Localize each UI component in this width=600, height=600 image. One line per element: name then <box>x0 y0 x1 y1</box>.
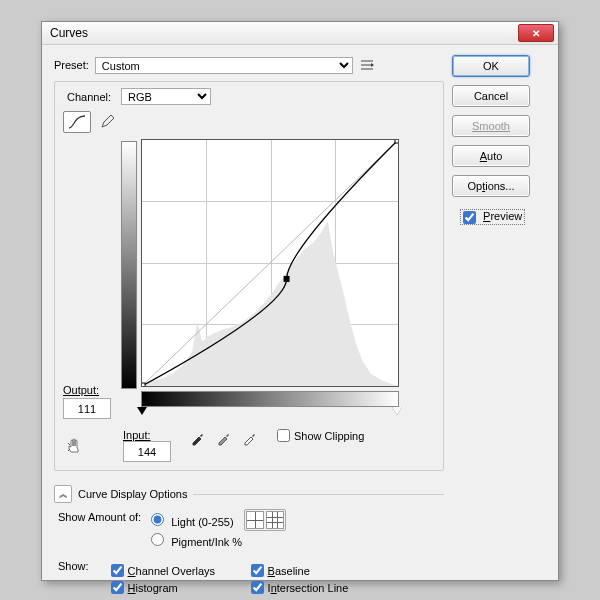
chevron-up-icon: ︽ <box>59 488 68 501</box>
curve-graph[interactable] <box>141 139 399 387</box>
close-button[interactable]: ✕ <box>518 24 554 42</box>
black-point-slider[interactable] <box>137 407 147 415</box>
channel-label: Channel: <box>67 91 111 103</box>
input-field[interactable] <box>123 441 171 462</box>
collapse-display-options-button[interactable]: ︽ <box>54 485 72 503</box>
fine-grid-icon[interactable] <box>266 511 284 529</box>
light-radio[interactable]: Light (0-255) <box>151 513 233 528</box>
curve-tool-button[interactable] <box>63 111 91 133</box>
options-button[interactable]: Options... <box>452 175 530 197</box>
titlebar[interactable]: Curves ✕ <box>42 22 558 45</box>
input-gradient <box>141 391 399 407</box>
curves-dialog: Curves ✕ Preset: Custom Channel: RGB <box>41 21 559 581</box>
channel-select[interactable]: RGB <box>121 88 211 105</box>
coarse-grid-icon[interactable] <box>246 511 264 529</box>
output-label: Output: <box>63 384 113 396</box>
white-eyedropper-icon[interactable] <box>241 429 259 447</box>
input-slider[interactable] <box>141 407 397 419</box>
auto-button[interactable]: Auto <box>452 145 530 167</box>
histogram-checkbox[interactable]: Histogram <box>111 581 251 594</box>
svg-line-1 <box>142 140 398 386</box>
target-adjust-icon[interactable] <box>65 437 83 455</box>
close-icon: ✕ <box>532 28 540 39</box>
cancel-button[interactable]: Cancel <box>452 85 530 107</box>
curve-panel: Channel: RGB Output: <box>54 81 444 471</box>
svg-rect-4 <box>284 276 290 282</box>
smooth-button[interactable]: Smooth <box>452 115 530 137</box>
show-label: Show: <box>58 560 89 594</box>
output-field[interactable] <box>63 398 111 419</box>
show-clipping-input[interactable] <box>277 429 290 442</box>
preset-select[interactable]: Custom <box>95 57 353 74</box>
ok-button[interactable]: OK <box>452 55 530 77</box>
gray-eyedropper-icon[interactable] <box>215 429 233 447</box>
output-gradient <box>121 141 137 389</box>
dialog-title: Curves <box>46 26 518 40</box>
svg-rect-3 <box>395 140 398 143</box>
baseline-checkbox[interactable]: Baseline <box>251 564 391 577</box>
output-group: Output: <box>63 384 113 419</box>
pencil-tool-button[interactable] <box>95 111 121 131</box>
preset-label: Preset: <box>54 59 89 71</box>
svg-rect-2 <box>142 383 145 386</box>
channel-overlays-checkbox[interactable]: Channel Overlays <box>111 564 251 577</box>
input-label: Input: <box>123 429 171 441</box>
show-clipping-checkbox[interactable]: Show Clipping <box>277 429 364 442</box>
display-options-label: Curve Display Options <box>78 488 187 500</box>
white-point-slider[interactable] <box>392 407 402 415</box>
divider <box>193 494 444 495</box>
intersection-line-checkbox[interactable]: Intersection Line <box>251 581 391 594</box>
pigment-radio[interactable]: Pigment/Ink % <box>151 533 242 548</box>
preset-menu-icon[interactable] <box>357 55 377 75</box>
show-amount-label: Show Amount of: <box>58 511 141 523</box>
preview-checkbox[interactable]: Preview <box>460 209 525 225</box>
black-eyedropper-icon[interactable] <box>189 429 207 447</box>
